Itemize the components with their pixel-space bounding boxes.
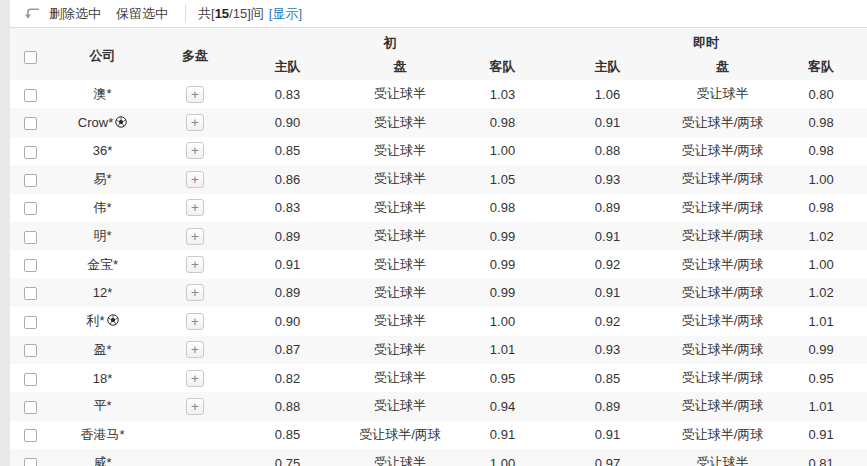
row-checkbox[interactable] [24, 287, 37, 300]
init-away-odds: 0.91 [460, 421, 545, 449]
live-home-odds: 0.89 [545, 194, 670, 222]
live-away-odds: 1.01 [775, 307, 867, 335]
expand-button[interactable]: + [186, 199, 204, 216]
company-name: 12* [93, 285, 113, 300]
odds-table: 公司 多盘 初 即时 主队 盘 客队 主队 盘 客队 澳* + 0.83 受让球… [10, 28, 867, 466]
toolbar-divider [185, 4, 186, 23]
live-away-odds: 1.00 [775, 165, 867, 193]
row-checkbox[interactable] [24, 259, 37, 272]
company-name: 盈* [93, 342, 111, 357]
live-handicap-line: 受让球半/两球 [670, 279, 775, 307]
init-home-odds: 0.75 [235, 449, 340, 466]
header-init-home: 主队 [235, 54, 340, 80]
init-away-odds: 1.00 [460, 449, 545, 466]
company-name: 金宝* [87, 257, 118, 272]
live-away-odds: 0.95 [775, 364, 867, 392]
left-edge-strip [0, 0, 10, 466]
header-live-away: 客队 [775, 54, 867, 80]
row-checkbox[interactable] [24, 202, 37, 215]
expand-button[interactable]: + [186, 142, 204, 159]
live-handicap-line: 受让球半/两球 [670, 250, 775, 278]
init-away-odds: 0.98 [460, 194, 545, 222]
table-row: 盈* + 0.87 受让球半 1.01 0.93 受让球半/两球 0.99 [10, 336, 867, 364]
table-row: 澳* + 0.83 受让球半 1.03 1.06 受让球半 0.80 [10, 80, 867, 108]
live-away-odds: 0.91 [775, 421, 867, 449]
init-home-odds: 0.85 [235, 421, 340, 449]
table-row: 威* 0.75 受让球半 1.00 0.97 受让球半 0.81 [10, 449, 867, 466]
live-home-odds: 0.92 [545, 307, 670, 335]
init-away-odds: 1.00 [460, 307, 545, 335]
header-company: 公司 [50, 28, 155, 80]
expand-button[interactable]: + [186, 86, 204, 103]
expand-button[interactable]: + [186, 256, 204, 273]
company-name: 18* [93, 371, 113, 386]
expand-button[interactable]: + [186, 171, 204, 188]
live-handicap-line: 受让球半/两球 [670, 307, 775, 335]
init-handicap-line: 受让球半 [340, 137, 460, 165]
expand-button[interactable]: + [186, 228, 204, 245]
init-handicap-line: 受让球半 [340, 449, 460, 466]
init-home-odds: 0.89 [235, 222, 340, 250]
header-initial: 初 [235, 28, 545, 54]
table-row: 伟* + 0.83 受让球半 0.98 0.89 受让球半/两球 0.98 [10, 194, 867, 222]
expand-button[interactable]: + [186, 341, 204, 358]
show-link[interactable]: [显示] [269, 5, 302, 23]
live-away-odds: 1.02 [775, 222, 867, 250]
live-home-odds: 0.88 [545, 137, 670, 165]
live-handicap-line: 受让球半/两球 [670, 194, 775, 222]
expand-button[interactable]: + [186, 313, 204, 330]
soccer-ball-icon [107, 314, 119, 329]
company-name: 利* [86, 313, 104, 328]
live-away-odds: 0.80 [775, 80, 867, 108]
live-handicap-line: 受让球半/两球 [670, 165, 775, 193]
delete-selected-button[interactable]: 删除选中 [49, 5, 101, 23]
init-home-odds: 0.90 [235, 108, 340, 136]
company-name: 香港马* [80, 427, 124, 442]
row-checkbox[interactable] [24, 146, 37, 159]
init-home-odds: 0.85 [235, 137, 340, 165]
init-handicap-line: 受让球半 [340, 392, 460, 420]
live-handicap-line: 受让球半/两球 [670, 137, 775, 165]
row-checkbox[interactable] [24, 117, 37, 130]
expand-button[interactable]: + [186, 370, 204, 387]
init-handicap-line: 受让球半 [340, 307, 460, 335]
init-handicap-line: 受让球半/两球 [340, 421, 460, 449]
row-checkbox[interactable] [24, 174, 37, 187]
company-name: 威* [93, 455, 111, 466]
expand-button[interactable]: + [186, 114, 204, 131]
live-away-odds: 0.98 [775, 194, 867, 222]
live-home-odds: 0.97 [545, 449, 670, 466]
expand-button[interactable]: + [186, 284, 204, 301]
header-multi: 多盘 [155, 28, 235, 80]
row-checkbox[interactable] [24, 429, 37, 442]
init-away-odds: 1.01 [460, 336, 545, 364]
init-home-odds: 0.83 [235, 194, 340, 222]
init-handicap-line: 受让球半 [340, 250, 460, 278]
init-handicap-line: 受让球半 [340, 364, 460, 392]
live-home-odds: 0.92 [545, 250, 670, 278]
live-handicap-line: 受让球半/两球 [670, 222, 775, 250]
table-row: Crow* + 0.90 受让球半 0.98 0.91 受让球半/两球 0.98 [10, 108, 867, 136]
init-home-odds: 0.82 [235, 364, 340, 392]
company-name: 平* [93, 398, 111, 413]
live-away-odds: 0.98 [775, 137, 867, 165]
row-checkbox[interactable] [24, 373, 37, 386]
row-checkbox[interactable] [24, 344, 37, 357]
select-all-checkbox[interactable] [24, 51, 37, 64]
live-away-odds: 0.81 [775, 449, 867, 466]
row-checkbox[interactable] [24, 89, 37, 102]
live-home-odds: 0.91 [545, 222, 670, 250]
row-checkbox[interactable] [24, 231, 37, 244]
table-row: 36* + 0.85 受让球半 1.00 0.88 受让球半/两球 0.98 [10, 137, 867, 165]
expand-button[interactable]: + [186, 398, 204, 415]
live-home-odds: 0.89 [545, 392, 670, 420]
live-handicap-line: 受让球半/两球 [670, 336, 775, 364]
header-live-home: 主队 [545, 54, 670, 80]
keep-selected-button[interactable]: 保留选中 [116, 5, 168, 23]
init-away-odds: 1.05 [460, 165, 545, 193]
init-home-odds: 0.87 [235, 336, 340, 364]
row-checkbox[interactable] [24, 458, 37, 466]
row-checkbox[interactable] [24, 316, 37, 329]
init-handicap-line: 受让球半 [340, 80, 460, 108]
row-checkbox[interactable] [24, 401, 37, 414]
